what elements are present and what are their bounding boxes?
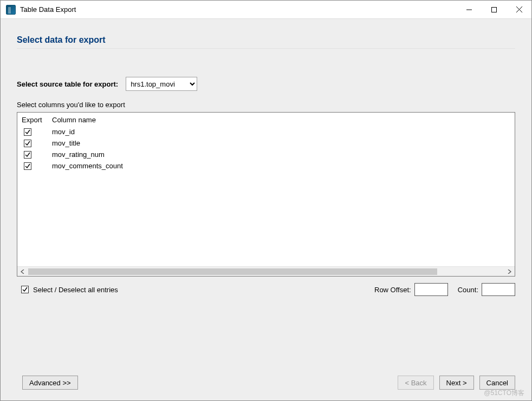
column-name-cell: mov_title [52,138,510,148]
minimize-icon [466,7,472,12]
export-checkbox[interactable] [24,140,31,147]
page-heading: Select data for export [17,35,515,45]
footer-bar: Advanced >> < Back Next > Cancel [1,369,531,400]
column-name-cell: mov_id [52,127,510,137]
svg-line-3 [516,6,522,12]
minimize-button[interactable] [457,1,482,18]
advanced-button[interactable]: Advanced >> [22,376,78,390]
export-checkbox[interactable] [24,128,31,136]
select-all-checkbox[interactable] [21,286,29,293]
column-name-cell: mov_rating_num [52,149,510,160]
scroll-right-icon[interactable] [505,267,514,276]
row-offset-label: Row Offset: [374,286,411,294]
heading-separator [17,48,515,49]
check-icon [25,152,30,157]
close-button[interactable] [507,1,531,18]
source-label: Select source table for export: [17,80,118,88]
grid-footer-row: Select / Deselect all entries Row Offset… [17,283,515,296]
grid-body: mov_id mov_title mov_rating_num mov_comm… [17,126,515,266]
cancel-button[interactable]: Cancel [479,376,515,390]
window-root: Table Data Export Select data for export… [0,0,532,401]
select-all-group: Select / Deselect all entries [21,286,118,294]
count-label: Count: [458,286,478,294]
row-offset-input[interactable] [414,283,448,296]
maximize-button[interactable] [482,1,507,18]
titlebar: Table Data Export [1,1,531,19]
scrollbar-thumb[interactable] [28,268,437,275]
header-column-name: Column name [52,116,510,124]
maximize-icon [491,7,497,12]
check-icon [25,163,30,169]
table-row: mov_comments_count [17,160,515,172]
table-row: mov_title [17,137,515,149]
table-row: mov_rating_num [17,149,515,160]
svg-line-2 [516,6,522,12]
check-icon [25,141,30,146]
source-row: Select source table for export: hrs1.top… [17,77,515,91]
export-checkbox[interactable] [24,162,31,170]
column-name-cell: mov_comments_count [52,161,510,171]
check-icon [25,129,30,135]
app-icon [6,5,16,15]
columns-grid: Export Column name mov_id mov_title mov_… [17,112,515,277]
scrollbar-track[interactable] [28,268,504,275]
horizontal-scrollbar[interactable] [17,266,515,276]
select-all-label: Select / Deselect all entries [33,286,118,294]
window-title: Table Data Export [20,5,76,14]
next-button[interactable]: Next > [439,376,474,390]
check-icon [22,287,28,292]
svg-rect-1 [492,7,497,12]
header-export: Export [22,116,52,124]
scroll-left-icon[interactable] [18,267,27,276]
back-button[interactable]: < Back [398,376,433,390]
export-checkbox[interactable] [24,151,31,159]
columns-hint: Select columns you'd like to export [17,101,515,109]
grid-header: Export Column name [17,113,515,126]
count-input[interactable] [482,283,515,296]
close-icon [516,6,522,12]
content-area: Select data for export Select source tab… [1,19,531,369]
table-row: mov_id [17,126,515,137]
source-table-select[interactable]: hrs1.top_movi [126,77,197,91]
